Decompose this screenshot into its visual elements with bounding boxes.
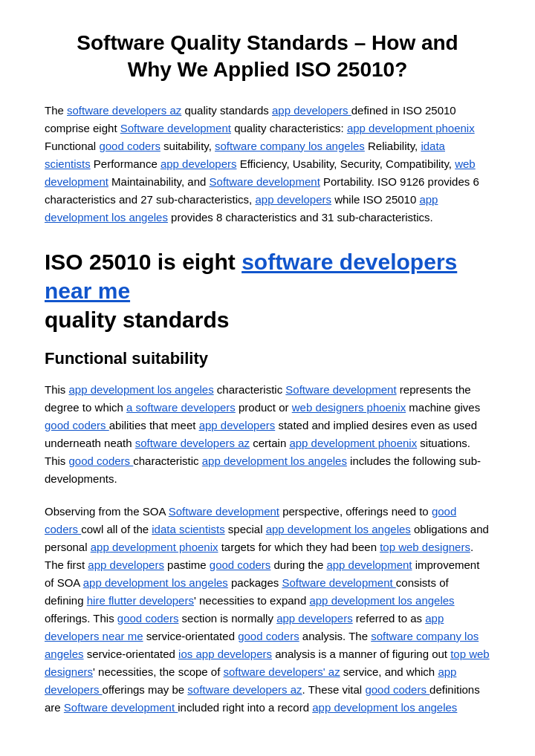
link-top-web-designers-1[interactable]: top web designers [380,541,470,553]
link-ios-app-developers[interactable]: ios app developers [178,648,272,660]
link-web-designers-phoenix[interactable]: web designers phoenix [292,401,406,414]
link-good-coders-5[interactable]: good coders [210,558,271,571]
link-software-developers-az-4[interactable]: software developers az [187,683,302,696]
link-software-development-2[interactable]: Software development [210,175,320,188]
link-app-developers-3[interactable]: app developers [255,193,331,206]
link-software-development-6[interactable]: Software development [64,701,178,714]
link-app-development-los-angeles-4[interactable]: app development los angeles [266,523,411,535]
section2-paragraph2: Observing from the SOA Software developm… [45,503,490,717]
link-app-developers-1[interactable]: app developers [272,104,351,117]
link-idata-scientists-2[interactable]: idata scientists [152,523,224,535]
link-app-development-los-angeles-6[interactable]: app development los angeles [309,594,454,607]
link-app-developers-6[interactable]: app developers [276,612,353,625]
link-app-development-phoenix-2[interactable]: app development phoenix [289,437,417,449]
link-software-development-1[interactable]: Software development [120,122,231,134]
link-good-coders-8[interactable]: good coders [365,683,429,696]
link-software-developers-az-3[interactable]: software developers' az [224,665,340,678]
link-a-software-developers[interactable]: a software developers [126,401,236,414]
link-app-development-los-angeles-5[interactable]: app development los angeles [83,576,228,589]
link-good-coders-1[interactable]: good coders [99,140,160,152]
link-software-development-5[interactable]: Software development [282,576,395,589]
page-title: Software Quality Standards – How and Why… [45,30,490,84]
link-software-development-3[interactable]: Software development [285,383,396,396]
section2-heading: Functional suitability [45,346,490,371]
link-app-development-1[interactable]: app development [326,558,412,571]
link-software-developers-az-1[interactable]: software developers az [67,104,181,117]
link-hire-flutter-developers[interactable]: hire flutter developers [87,594,194,607]
link-good-coders-6[interactable]: good coders [117,612,179,625]
intro-paragraph: The software developers az quality stand… [45,102,490,227]
link-software-developers-az-2[interactable]: software developers az [135,437,250,449]
link-app-development-los-angeles-2[interactable]: app development los angeles [69,383,214,396]
link-software-development-4[interactable]: Software development [169,505,279,518]
link-app-developers-2[interactable]: app developers [160,157,237,170]
link-good-coders-2[interactable]: good coders [45,419,109,431]
link-app-development-los-angeles-7[interactable]: app development los angeles [312,701,457,714]
link-good-coders-3[interactable]: good coders [69,454,134,467]
link-app-developers-5[interactable]: app developers [88,558,164,571]
section2-paragraph1: This app development los angeles charact… [45,381,490,488]
link-good-coders-7[interactable]: good coders [238,630,299,642]
link-app-development-los-angeles-3[interactable]: app development los angeles [202,454,347,467]
link-app-development-phoenix-1[interactable]: app development phoenix [347,122,475,134]
section1-heading: ISO 25010 is eight software developers n… [45,247,490,334]
link-software-company-los-angeles-1[interactable]: software company los angeles [215,140,365,152]
link-app-developers-4[interactable]: app developers [199,419,276,431]
link-app-development-los-angeles-1[interactable]: app development los angeles [45,193,438,224]
link-app-development-phoenix-3[interactable]: app development phoenix [91,541,218,553]
